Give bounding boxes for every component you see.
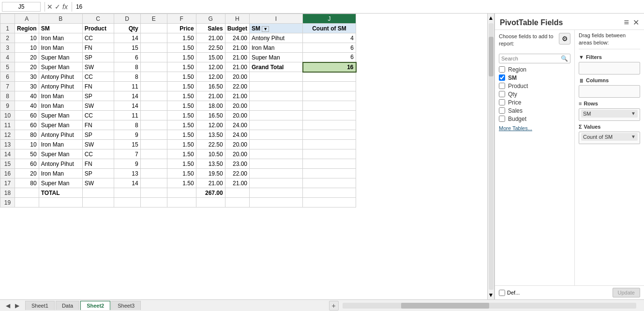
cell-E17[interactable] bbox=[140, 178, 167, 188]
cell-E16[interactable] bbox=[140, 169, 167, 178]
sheet-tab-sheet2[interactable]: Sheet2 bbox=[80, 301, 110, 310]
cell-H3[interactable]: 21.00 bbox=[225, 43, 249, 53]
cell-I18[interactable] bbox=[250, 188, 303, 198]
cell-I1[interactable]: SM ▼ bbox=[250, 24, 303, 33]
cell-C18[interactable] bbox=[82, 188, 114, 198]
cell-D11[interactable]: 8 bbox=[114, 120, 140, 130]
cell-G1[interactable]: Sales bbox=[196, 24, 225, 33]
col-header-H[interactable]: H bbox=[225, 14, 249, 24]
cell-I4[interactable]: Super Man bbox=[250, 53, 303, 62]
search-input[interactable] bbox=[501, 56, 561, 61]
cell-B9[interactable]: Iron Man bbox=[39, 101, 82, 111]
cell-D1[interactable]: Qty bbox=[114, 24, 140, 33]
field-item-product[interactable]: Product bbox=[499, 83, 570, 89]
cell-F8[interactable]: 1.50 bbox=[167, 91, 196, 101]
cell-E5[interactable] bbox=[140, 62, 167, 72]
cell-D17[interactable]: 14 bbox=[114, 178, 140, 188]
cell-A2[interactable]: 10 bbox=[15, 33, 39, 43]
cell-A10[interactable]: 60 bbox=[15, 111, 39, 120]
panel-menu-icon[interactable]: ≡ bbox=[624, 17, 629, 28]
cell-D8[interactable]: 14 bbox=[114, 91, 140, 101]
cell-H13[interactable]: 20.00 bbox=[225, 140, 249, 149]
field-item-sales[interactable]: Sales bbox=[499, 107, 570, 114]
cell-H14[interactable]: 20.00 bbox=[225, 149, 249, 159]
cell-D4[interactable]: 6 bbox=[114, 53, 140, 62]
cell-D18[interactable] bbox=[114, 188, 140, 198]
cell-G17[interactable]: 21.00 bbox=[196, 178, 225, 188]
cell-B11[interactable]: Super Man bbox=[39, 120, 82, 130]
cell-F4[interactable]: 1.50 bbox=[167, 53, 196, 62]
cell-G5[interactable]: 12.00 bbox=[196, 62, 225, 72]
cell-H10[interactable]: 20.00 bbox=[225, 111, 249, 120]
field-checkbox-sm[interactable] bbox=[499, 74, 505, 81]
cell-D19[interactable] bbox=[114, 198, 140, 207]
cell-B10[interactable]: Super Man bbox=[39, 111, 82, 120]
field-checkbox-budget[interactable] bbox=[499, 116, 505, 122]
confirm-icon[interactable]: ✓ bbox=[55, 3, 60, 11]
field-checkbox-sales[interactable] bbox=[499, 107, 505, 114]
scroll-track[interactable] bbox=[489, 23, 494, 290]
cell-G18[interactable]: 267.00 bbox=[196, 188, 225, 198]
update-button[interactable]: Update bbox=[613, 288, 640, 297]
cell-reference-input[interactable] bbox=[2, 2, 41, 12]
excel-table-wrapper[interactable]: A B C D E F G H I J 1RegionSMProductQtyP… bbox=[0, 14, 487, 299]
rows-item-sm[interactable]: SM ▼ bbox=[581, 110, 638, 118]
cell-C4[interactable]: SP bbox=[82, 53, 114, 62]
cell-F12[interactable]: 1.50 bbox=[167, 130, 196, 140]
cell-J1[interactable]: Count of SM bbox=[303, 24, 356, 33]
cell-C12[interactable]: SP bbox=[82, 130, 114, 140]
cell-F19[interactable] bbox=[167, 198, 196, 207]
cell-C14[interactable]: CC bbox=[82, 149, 114, 159]
cell-D2[interactable]: 14 bbox=[114, 33, 140, 43]
cell-I17[interactable] bbox=[250, 178, 303, 188]
cell-I9[interactable] bbox=[250, 101, 303, 111]
cancel-icon[interactable]: ✕ bbox=[47, 3, 53, 11]
cell-H8[interactable]: 21.00 bbox=[225, 91, 249, 101]
cell-A19[interactable] bbox=[15, 198, 39, 207]
cell-G11[interactable]: 12.00 bbox=[196, 120, 225, 130]
cell-B4[interactable]: Super Man bbox=[39, 53, 82, 62]
cell-I5[interactable]: Grand Total bbox=[250, 62, 303, 72]
cell-G3[interactable]: 22.50 bbox=[196, 43, 225, 53]
cell-B3[interactable]: Iron Man bbox=[39, 43, 82, 53]
cell-F17[interactable]: 1.50 bbox=[167, 178, 196, 188]
cell-C15[interactable]: FN bbox=[82, 159, 114, 169]
sheet-tab-sheet1[interactable]: Sheet1 bbox=[25, 301, 55, 310]
cell-C3[interactable]: FN bbox=[82, 43, 114, 53]
cell-J14[interactable] bbox=[303, 149, 356, 159]
cell-F6[interactable]: 1.50 bbox=[167, 72, 196, 82]
field-item-sm[interactable]: SM bbox=[499, 74, 570, 81]
gear-button[interactable]: ⚙ bbox=[559, 33, 570, 44]
cell-I14[interactable] bbox=[250, 149, 303, 159]
cell-B8[interactable]: Iron Man bbox=[39, 91, 82, 101]
cell-B13[interactable]: Iron Man bbox=[39, 140, 82, 149]
cell-H11[interactable]: 24.00 bbox=[225, 120, 249, 130]
cell-A1[interactable]: Region bbox=[15, 24, 39, 33]
cell-B5[interactable]: Super Man bbox=[39, 62, 82, 72]
cell-H7[interactable]: 22.00 bbox=[225, 82, 249, 91]
rows-drop-zone[interactable]: SM ▼ bbox=[579, 108, 640, 121]
cell-E11[interactable] bbox=[140, 120, 167, 130]
cell-A3[interactable]: 10 bbox=[15, 43, 39, 53]
cell-D16[interactable]: 13 bbox=[114, 169, 140, 178]
cell-J4[interactable]: 6 bbox=[303, 53, 356, 62]
col-header-F[interactable]: F bbox=[167, 14, 196, 24]
col-header-G[interactable]: G bbox=[196, 14, 225, 24]
cell-F1[interactable]: Price bbox=[167, 24, 196, 33]
cell-J8[interactable] bbox=[303, 91, 356, 101]
more-tables-link[interactable]: More Tables... bbox=[499, 125, 570, 131]
cell-F7[interactable]: 1.50 bbox=[167, 82, 196, 91]
cell-G14[interactable]: 10.50 bbox=[196, 149, 225, 159]
field-item-region[interactable]: Region bbox=[499, 66, 570, 73]
cell-J12[interactable] bbox=[303, 130, 356, 140]
cell-E8[interactable] bbox=[140, 91, 167, 101]
cell-I19[interactable] bbox=[250, 198, 303, 207]
cell-F2[interactable]: 1.50 bbox=[167, 33, 196, 43]
field-checkbox-product[interactable] bbox=[499, 83, 505, 89]
cell-F16[interactable]: 1.50 bbox=[167, 169, 196, 178]
cell-A13[interactable]: 10 bbox=[15, 140, 39, 149]
cell-G16[interactable]: 19.50 bbox=[196, 169, 225, 178]
pivot-sm-dropdown[interactable]: ▼ bbox=[262, 26, 269, 32]
cell-J7[interactable] bbox=[303, 82, 356, 91]
cell-D13[interactable]: 15 bbox=[114, 140, 140, 149]
